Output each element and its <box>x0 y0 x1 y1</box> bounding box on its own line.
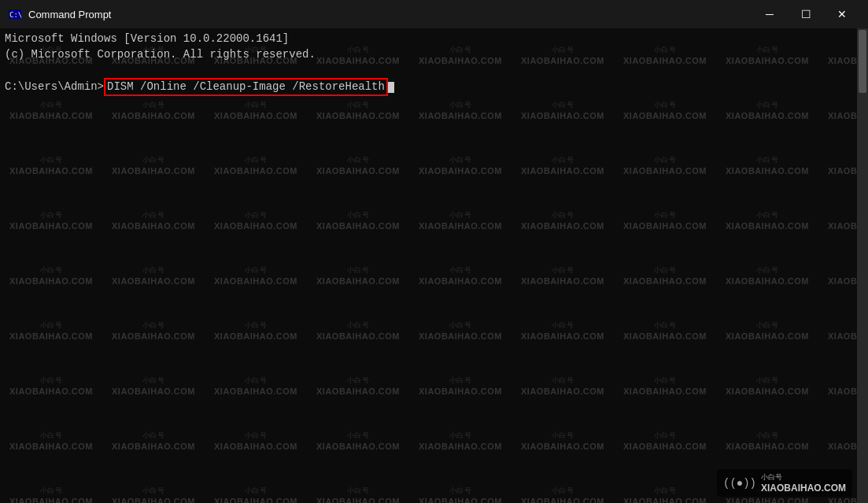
watermark-large: XIAOBAIHAO.COM <box>9 331 93 342</box>
watermark-small: 小白号 <box>245 210 268 220</box>
watermark-large: XIAOBAIHAO.COM <box>419 165 502 177</box>
watermark-cell: 小白号XIAOBAIHAO.COM <box>614 249 716 304</box>
watermark-large: XIAOBAIHAO.COM <box>828 496 857 503</box>
watermark-small: 小白号 <box>347 320 370 331</box>
watermark-row: 小白号XIAOBAIHAO.COM小白号XIAOBAIHAO.COM小白号XIA… <box>0 304 857 359</box>
watermark-cell: 小白号XIAOBAIHAO.COM <box>716 139 818 194</box>
watermark-large: XIAOBAIHAO.COM <box>419 220 502 232</box>
watermark-small: 小白号 <box>552 155 574 165</box>
watermark-small: 小白号 <box>347 431 370 441</box>
watermark-large: XIAOBAIHAO.COM <box>9 441 93 453</box>
watermark-large: XIAOBAIHAO.COM <box>9 165 93 177</box>
watermark-cell: 小白号XIAOBAIHAO.COM <box>205 304 307 359</box>
watermark-large: XIAOBAIHAO.COM <box>726 386 809 398</box>
minimize-button[interactable]: ─ <box>752 0 788 28</box>
watermark-small: 小白号 <box>756 431 779 441</box>
watermark-cell: 小白号XIAOBAIHAO.COM <box>205 194 307 249</box>
watermark-large: XIAOBAIHAO.COM <box>828 331 857 342</box>
watermark-cell: 小白号XIAOBAIHAO.COM <box>716 194 818 249</box>
app-icon: C:\ <box>8 7 22 21</box>
watermark-cell: 小白号XIAOBAIHAO.COM <box>818 249 857 304</box>
watermark-cell: 小白号XIAOBAIHAO.COM <box>0 194 102 249</box>
watermark-cell: 小白号XIAOBAIHAO.COM <box>102 249 205 304</box>
brand-watermark: ((●)) 小白号 XIAOBAIHAO.COM <box>717 469 852 497</box>
restore-button[interactable]: ☐ <box>788 0 824 28</box>
watermark-small: 小白号 <box>552 210 574 220</box>
watermark-large: XIAOBAIHAO.COM <box>419 496 502 503</box>
watermark-large: XIAOBAIHAO.COM <box>828 386 857 398</box>
watermark-cell: 小白号XIAOBAIHAO.COM <box>512 469 614 503</box>
watermark-large: XIAOBAIHAO.COM <box>316 220 400 232</box>
watermark-small: 小白号 <box>552 486 574 496</box>
watermark-small: 小白号 <box>756 265 779 276</box>
watermark-large: XIAOBAIHAO.COM <box>214 496 297 503</box>
watermark-large: XIAOBAIHAO.COM <box>726 496 809 503</box>
watermark-small: 小白号 <box>40 155 63 165</box>
watermark-large: XIAOBAIHAO.COM <box>623 110 707 122</box>
watermark-cell: 小白号XIAOBAIHAO.COM <box>409 139 512 194</box>
watermark-large: XIAOBAIHAO.COM <box>726 276 809 287</box>
scrollbar-thumb[interactable] <box>859 30 866 93</box>
watermark-small: 小白号 <box>142 431 165 441</box>
watermark-large: XIAOBAIHAO.COM <box>623 276 707 287</box>
watermark-cell: 小白号XIAOBAIHAO.COM <box>0 304 102 359</box>
watermark-cell: 小白号XIAOBAIHAO.COM <box>409 194 512 249</box>
watermark-cell: 小白号XIAOBAIHAO.COM <box>307 359 409 414</box>
watermark-small: 小白号 <box>245 431 268 441</box>
watermark-cell: 小白号XIAOBAIHAO.COM <box>102 414 205 469</box>
window-controls: ─ ☐ ✕ <box>752 0 860 28</box>
watermark-large: XIAOBAIHAO.COM <box>316 386 400 398</box>
watermark-large: XIAOBAIHAO.COM <box>828 220 857 232</box>
watermark-small: 小白号 <box>449 486 472 496</box>
watermark-large: XIAOBAIHAO.COM <box>112 276 195 287</box>
watermark-large: XIAOBAIHAO.COM <box>112 220 195 232</box>
watermark-small: 小白号 <box>756 155 779 165</box>
watermark-large: XIAOBAIHAO.COM <box>419 110 502 122</box>
watermark-row: 小白号XIAOBAIHAO.COM小白号XIAOBAIHAO.COM小白号XIA… <box>0 414 857 469</box>
watermark-large: XIAOBAIHAO.COM <box>316 110 400 122</box>
watermark-large: XIAOBAIHAO.COM <box>112 110 195 122</box>
watermark-small: 小白号 <box>449 100 472 110</box>
watermark-large: XIAOBAIHAO.COM <box>419 331 502 342</box>
watermark-large: XIAOBAIHAO.COM <box>521 441 604 453</box>
scrollbar[interactable] <box>857 28 868 503</box>
watermark-cell: 小白号XIAOBAIHAO.COM <box>205 359 307 414</box>
watermark-cell: 小白号XIAOBAIHAO.COM <box>512 414 614 469</box>
watermark-large: XIAOBAIHAO.COM <box>828 165 857 177</box>
watermark-cell: 小白号XIAOBAIHAO.COM <box>716 359 818 414</box>
watermark-small: 小白号 <box>654 486 677 496</box>
watermark-large: XIAOBAIHAO.COM <box>521 110 604 122</box>
version-line: Microsoft Windows [Version 10.0.22000.16… <box>5 31 852 47</box>
watermark-small: 小白号 <box>347 375 370 386</box>
watermark-small: 小白号 <box>245 155 268 165</box>
watermark-small: 小白号 <box>654 100 677 110</box>
watermark-small: 小白号 <box>142 155 165 165</box>
content-area: 小白号XIAOBAIHAO.COM小白号XIAOBAIHAO.COM小白号XIA… <box>0 28 868 503</box>
watermark-small: 小白号 <box>142 375 165 386</box>
watermark-cell: 小白号XIAOBAIHAO.COM <box>307 194 409 249</box>
watermark-small: 小白号 <box>552 431 574 441</box>
watermark-small: 小白号 <box>756 320 779 331</box>
prompt-line: C:\Users\Admin> DISM /Online /Cleanup-Im… <box>5 78 852 97</box>
watermark-large: XIAOBAIHAO.COM <box>828 110 857 122</box>
watermark-row: 小白号XIAOBAIHAO.COM小白号XIAOBAIHAO.COM小白号XIA… <box>0 194 857 249</box>
watermark-large: XIAOBAIHAO.COM <box>623 386 707 398</box>
watermark-cell: 小白号XIAOBAIHAO.COM <box>409 469 512 503</box>
watermark-small: 小白号 <box>142 100 165 110</box>
watermark-small: 小白号 <box>40 431 63 441</box>
watermark-large: XIAOBAIHAO.COM <box>112 165 195 177</box>
watermark-large: XIAOBAIHAO.COM <box>623 441 707 453</box>
watermark-large: XIAOBAIHAO.COM <box>214 276 297 287</box>
watermark-small: 小白号 <box>347 155 370 165</box>
watermark-cell: 小白号XIAOBAIHAO.COM <box>409 249 512 304</box>
brand-small-text: 小白号 <box>761 472 846 483</box>
terminal-output[interactable]: 小白号XIAOBAIHAO.COM小白号XIAOBAIHAO.COM小白号XIA… <box>0 28 857 503</box>
watermark-large: XIAOBAIHAO.COM <box>726 220 809 232</box>
watermark-large: XIAOBAIHAO.COM <box>419 276 502 287</box>
close-button[interactable]: ✕ <box>824 0 860 28</box>
watermark-large: XIAOBAIHAO.COM <box>521 331 604 342</box>
watermark-large: XIAOBAIHAO.COM <box>726 441 809 453</box>
watermark-cell: 小白号XIAOBAIHAO.COM <box>818 139 857 194</box>
watermark-cell: 小白号XIAOBAIHAO.COM <box>307 139 409 194</box>
watermark-cell: 小白号XIAOBAIHAO.COM <box>818 194 857 249</box>
